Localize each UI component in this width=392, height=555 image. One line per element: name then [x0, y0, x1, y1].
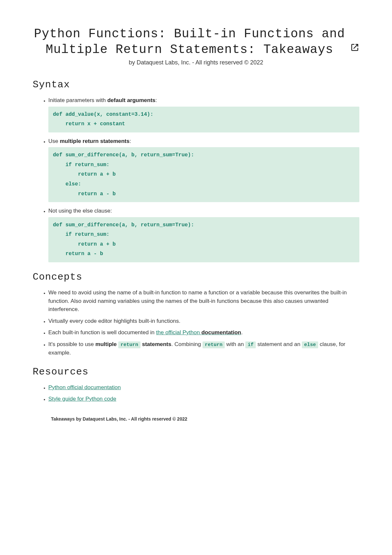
footer-text: Takeaways by Dataquest Labs, Inc. - All …: [51, 416, 359, 422]
code-block: def sum_or_difference(a, b, return_sum=T…: [48, 217, 359, 262]
list-item: We need to avoid using the name of a bui…: [48, 288, 359, 314]
resource-link-official-docs[interactable]: Python official documentation: [48, 384, 121, 390]
python-docs-link[interactable]: the official Python documentation: [156, 329, 241, 336]
inline-code: return: [203, 341, 225, 348]
link-bold: documentation: [201, 329, 241, 336]
code-block: def add_value(x, constant=3.14): return …: [48, 107, 359, 132]
header-row: Python Functions: Built-in Functions and…: [33, 26, 359, 59]
code-block: def sum_or_difference(a, b, return_sum=T…: [48, 147, 359, 202]
syntax-list: Initiate parameters with default argumen…: [33, 96, 359, 262]
text: Each built-in function is well documente…: [48, 329, 156, 336]
list-item: Initiate parameters with default argumen…: [48, 96, 359, 132]
list-item: Use multiple return statements: def sum_…: [48, 137, 359, 202]
text: with an: [225, 341, 245, 347]
share-icon[interactable]: [350, 43, 359, 52]
text: Use: [48, 138, 60, 144]
resource-link-style-guide[interactable]: Style guide for Python code: [48, 396, 116, 402]
text: :: [129, 138, 131, 144]
header-text: Python Functions: Built-in Functions and…: [33, 26, 346, 59]
bold-text: statements: [142, 341, 172, 347]
text: . Combining: [171, 341, 202, 347]
inline-code: else: [302, 341, 318, 348]
list-item: Python official documentation: [48, 383, 359, 392]
section-heading-concepts: Concepts: [33, 271, 359, 283]
list-item: Each built-in function is well documente…: [48, 328, 359, 337]
text: It's possible to use: [48, 341, 95, 347]
list-item: It's possible to use multiple return sta…: [48, 340, 359, 357]
page-title: Python Functions: Built-in Functions and…: [33, 26, 346, 57]
bold-text: default arguments: [107, 97, 155, 103]
concepts-list: We need to avoid using the name of a bui…: [33, 288, 359, 357]
list-item: Not using the else clause: def sum_or_di…: [48, 207, 359, 262]
link-text: the official Python: [156, 329, 202, 336]
resources-list: Python official documentation Style guid…: [33, 383, 359, 403]
section-heading-resources: Resources: [33, 366, 359, 377]
page-container: Python Functions: Built-in Functions and…: [0, 0, 392, 441]
text: Initiate parameters with: [48, 97, 107, 103]
bold-text: multiple: [95, 341, 117, 347]
inline-code: return: [118, 341, 140, 348]
text: :: [155, 97, 157, 103]
byline: by Dataquest Labs, Inc. - All rights res…: [33, 59, 359, 66]
text: Not using the else clause:: [48, 208, 112, 214]
inline-code: if: [245, 341, 256, 348]
text: statement and an: [256, 341, 302, 347]
list-item: Virtually every code editor highlights b…: [48, 317, 359, 325]
list-item: Style guide for Python code: [48, 395, 359, 403]
bold-text: multiple return statements: [60, 138, 130, 144]
text: .: [241, 329, 243, 336]
section-heading-syntax: Syntax: [33, 79, 359, 90]
